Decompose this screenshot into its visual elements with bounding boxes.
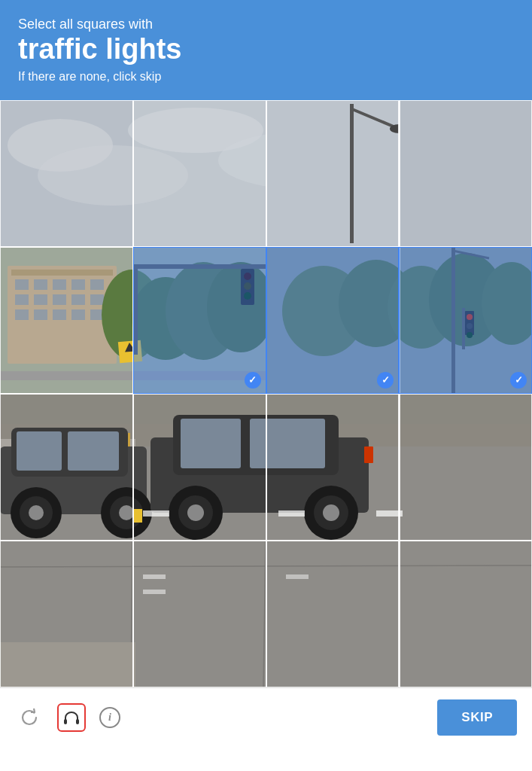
grid-cell-0-1[interactable]: ✓ [133,100,266,247]
grid-cell-3-0[interactable]: ✓ [0,541,133,687]
refresh-button[interactable] [15,703,44,732]
grid-cell-2-0[interactable]: ✓ [0,394,133,541]
grid-cell-3-2[interactable]: ✓ [266,541,400,687]
grid-cell-1-2[interactable]: ✓ [266,247,400,394]
header-title: traffic lights [18,34,514,66]
cell-check-1-3: ✓ [510,372,527,389]
cell-check-1-2: ✓ [377,372,394,389]
image-grid-overlay: ✓ ✓ ✓ ✓ ✓ ✓ ✓ ✓ [0,100,532,687]
help-button[interactable]: i [99,707,120,728]
image-grid-scene: ✓ ✓ ✓ ✓ ✓ ✓ ✓ ✓ [0,100,532,687]
cell-check-1-1: ✓ [245,372,261,389]
grid-cell-3-3[interactable]: ✓ [399,541,532,687]
skip-button[interactable]: SKIP [437,699,517,736]
grid-cell-2-2[interactable]: ✓ [266,394,400,541]
captcha-header: Select all squares with traffic lights I… [0,0,532,100]
grid-cell-0-0[interactable]: ✓ [0,100,133,247]
grid-cell-1-0[interactable]: ✓ [0,247,133,394]
grid-cell-1-3[interactable]: ✓ [399,247,532,394]
header-subtitle: Select all squares with [18,17,514,32]
grid-cell-0-2[interactable]: ✓ [266,100,400,247]
grid-cell-3-1[interactable]: ✓ [133,541,266,687]
grid-cell-0-3[interactable]: ✓ [399,100,532,247]
captcha-container: Select all squares with traffic lights I… [0,0,532,771]
grid-cell-2-1[interactable]: ✓ [133,394,266,541]
grid-cell-1-1[interactable]: ✓ [133,247,266,394]
grid-cell-2-3[interactable]: ✓ [399,394,532,541]
footer-controls-left: i [15,703,120,732]
header-hint: If there are none, click skip [18,70,514,84]
svg-rect-109 [76,719,79,724]
svg-rect-108 [64,719,67,724]
audio-challenge-button[interactable] [57,703,86,732]
footer: i SKIP [0,687,532,748]
